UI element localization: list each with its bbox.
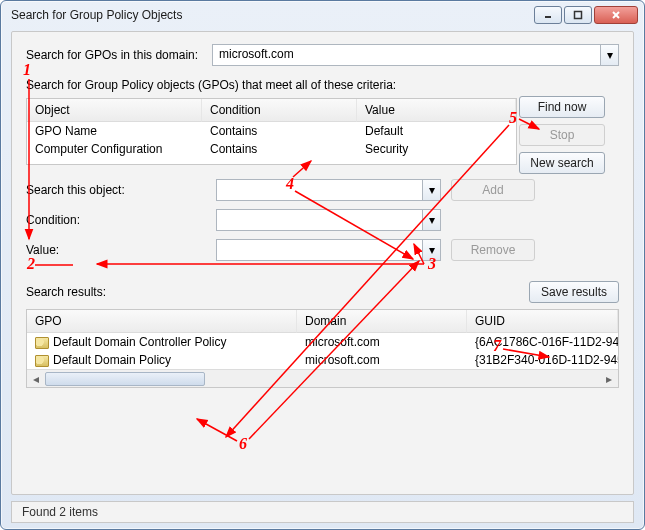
results-col-domain[interactable]: Domain bbox=[297, 310, 467, 333]
criteria-cell-condition: Contains bbox=[202, 140, 357, 158]
window-title: Search for Group Policy Objects bbox=[11, 8, 182, 22]
results-header-row: Search results: Save results bbox=[26, 281, 619, 303]
criteria-form: Search this object: ▾ Add Condition: ▾ V… bbox=[26, 179, 619, 261]
criteria-cell-value: Security bbox=[357, 140, 516, 158]
results-table: GPO Domain GUID Default Domain Controlle… bbox=[26, 309, 619, 388]
search-object-combo[interactable]: ▾ bbox=[216, 179, 441, 201]
results-cell-domain: microsoft.com bbox=[297, 333, 467, 351]
status-text: Found 2 items bbox=[22, 505, 98, 519]
side-buttons: Find now Stop New search bbox=[519, 96, 605, 174]
horizontal-scrollbar[interactable]: ◂ ▸ bbox=[27, 369, 618, 387]
results-col-guid[interactable]: GUID bbox=[467, 310, 618, 333]
new-search-button[interactable]: New search bbox=[519, 152, 605, 174]
condition-combo[interactable]: ▾ bbox=[216, 209, 441, 231]
search-object-label: Search this object: bbox=[26, 183, 206, 197]
scroll-thumb[interactable] bbox=[45, 372, 205, 386]
criteria-col-object[interactable]: Object bbox=[27, 99, 202, 122]
add-button: Add bbox=[451, 179, 535, 201]
results-cell-guid: {6AC1786C-016F-11D2-945F bbox=[467, 333, 618, 351]
domain-row: Search for GPOs in this domain: microsof… bbox=[26, 44, 619, 66]
criteria-table: Object Condition Value GPO Name Contains… bbox=[26, 98, 517, 165]
dialog-window: Search for Group Policy Objects Search f… bbox=[0, 0, 645, 530]
save-results-button[interactable]: Save results bbox=[529, 281, 619, 303]
search-object-value bbox=[216, 179, 441, 201]
domain-label: Search for GPOs in this domain: bbox=[26, 48, 204, 62]
criteria-row[interactable]: GPO Name Contains Default bbox=[27, 122, 516, 140]
gpo-icon bbox=[35, 337, 49, 349]
remove-button: Remove bbox=[451, 239, 535, 261]
results-row[interactable]: Default Domain Policy microsoft.com {31B… bbox=[27, 351, 618, 369]
results-row[interactable]: Default Domain Controller Policy microso… bbox=[27, 333, 618, 351]
criteria-row[interactable]: Computer Configuration Contains Security bbox=[27, 140, 516, 158]
chevron-down-icon: ▾ bbox=[422, 180, 440, 200]
content-area: Search for GPOs in this domain: microsof… bbox=[11, 31, 634, 495]
condition-label: Condition: bbox=[26, 213, 206, 227]
criteria-cell-condition: Contains bbox=[202, 122, 357, 140]
chevron-down-icon: ▾ bbox=[422, 240, 440, 260]
domain-combo[interactable]: microsoft.com ▾ bbox=[212, 44, 619, 66]
results-cell-guid: {31B2F340-016D-11D2-945F bbox=[467, 351, 618, 369]
results-header: GPO Domain GUID bbox=[27, 310, 618, 333]
chevron-down-icon: ▾ bbox=[422, 210, 440, 230]
find-now-button[interactable]: Find now bbox=[519, 96, 605, 118]
gpo-icon bbox=[35, 355, 49, 367]
criteria-cell-object: Computer Configuration bbox=[27, 140, 202, 158]
condition-value bbox=[216, 209, 441, 231]
results-cell-domain: microsoft.com bbox=[297, 351, 467, 369]
domain-combo-value: microsoft.com bbox=[212, 44, 619, 66]
close-button[interactable] bbox=[594, 6, 638, 24]
title-bar: Search for Group Policy Objects bbox=[1, 1, 644, 29]
criteria-col-value[interactable]: Value bbox=[357, 99, 516, 122]
stop-button: Stop bbox=[519, 124, 605, 146]
svg-rect-1 bbox=[575, 12, 582, 19]
maximize-button[interactable] bbox=[564, 6, 592, 24]
results-cell-gpo: Default Domain Policy bbox=[27, 351, 297, 369]
criteria-cell-value: Default bbox=[357, 122, 516, 140]
criteria-cell-object: GPO Name bbox=[27, 122, 202, 140]
value-combo[interactable]: ▾ bbox=[216, 239, 441, 261]
scroll-right-icon[interactable]: ▸ bbox=[600, 370, 618, 388]
value-label: Value: bbox=[26, 243, 206, 257]
results-label: Search results: bbox=[26, 285, 106, 299]
status-bar: Found 2 items bbox=[11, 501, 634, 523]
value-value bbox=[216, 239, 441, 261]
scroll-left-icon[interactable]: ◂ bbox=[27, 370, 45, 388]
minimize-button[interactable] bbox=[534, 6, 562, 24]
window-controls bbox=[534, 6, 638, 24]
results-cell-gpo: Default Domain Controller Policy bbox=[27, 333, 297, 351]
criteria-col-condition[interactable]: Condition bbox=[202, 99, 357, 122]
chevron-down-icon: ▾ bbox=[600, 45, 618, 65]
results-col-gpo[interactable]: GPO bbox=[27, 310, 297, 333]
criteria-section: Search for Group Policy objects (GPOs) t… bbox=[26, 78, 619, 165]
criteria-header-row: Object Condition Value bbox=[27, 99, 516, 122]
criteria-label: Search for Group Policy objects (GPOs) t… bbox=[26, 78, 517, 92]
